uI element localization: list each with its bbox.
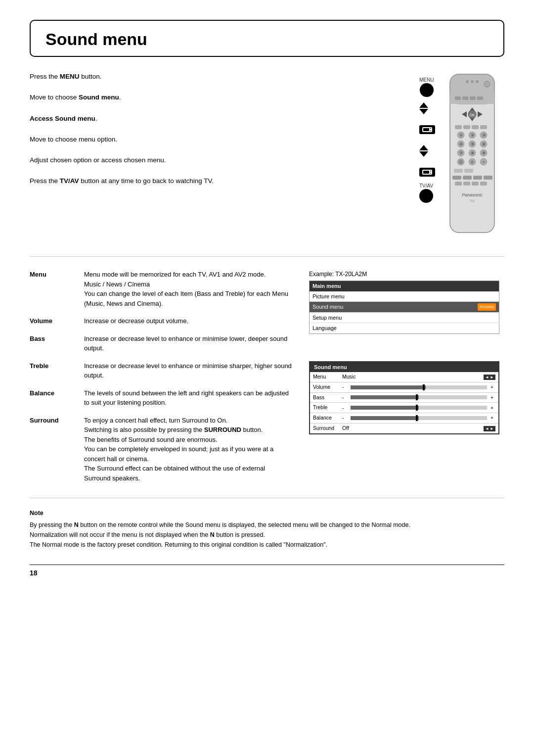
svg-rect-51 xyxy=(455,182,462,186)
enter-step-2 xyxy=(419,162,435,183)
svg-text:④: ④ xyxy=(459,142,463,146)
svg-text:0: 0 xyxy=(471,160,474,164)
step-icons: MENU xyxy=(419,72,435,203)
svg-point-6 xyxy=(484,81,490,87)
treble-row: Treble Increase or decrease level to enh… xyxy=(30,358,504,385)
step-1: Press the MENU button. xyxy=(30,72,409,82)
svg-point-5 xyxy=(476,80,479,83)
svg-text:①: ① xyxy=(459,133,463,138)
intro-text: Press the MENU button. Move to choose So… xyxy=(30,72,409,241)
svg-text:⑤: ⑤ xyxy=(471,142,474,146)
svg-rect-7 xyxy=(455,96,461,100)
sm-row-volume: Volume - + xyxy=(310,382,498,393)
bass-definition: Increase or decrease level to enhance or… xyxy=(84,331,297,358)
svg-rect-45 xyxy=(454,169,463,173)
svg-rect-53 xyxy=(472,182,479,186)
svg-point-4 xyxy=(466,80,469,83)
menu-definition: Menu mode will be memorized for each TV,… xyxy=(84,267,297,313)
svg-rect-50 xyxy=(484,176,492,180)
menu-item-language: Language xyxy=(310,323,499,333)
main-menu-title: Main menu xyxy=(310,281,499,291)
bass-bar xyxy=(351,395,487,399)
sound-menu-col: Sound menu Menu Music ◄ ► Volume - xyxy=(297,358,504,488)
svg-text:TV: TV xyxy=(470,199,475,203)
surround-term: Surround xyxy=(30,413,84,488)
svg-rect-46 xyxy=(464,169,473,173)
menu-term: Menu xyxy=(30,267,84,313)
step-3: Access Sound menu. xyxy=(30,114,409,124)
svg-text:⑧: ⑧ xyxy=(471,151,474,155)
title-box: Sound menu xyxy=(30,20,504,57)
note-line-3: The Normal mode is the factory preset co… xyxy=(30,540,504,550)
sm-row-treble: Treble - + xyxy=(310,403,498,413)
page-footer: 18 xyxy=(30,565,504,577)
step-6: Press the TV/AV button at any time to go… xyxy=(30,176,409,186)
arrows-step-2 xyxy=(419,140,435,162)
svg-rect-49 xyxy=(473,176,482,180)
svg-rect-48 xyxy=(463,176,472,180)
page-number: 18 xyxy=(30,569,38,577)
note-title: Note xyxy=(30,508,504,518)
enter-step-1 xyxy=(419,119,435,140)
divider-2 xyxy=(30,498,504,498)
step-2: Move to choose Sound menu. xyxy=(30,93,409,102)
svg-text:⓪: ⓪ xyxy=(459,160,463,164)
volume-definition: Increase or decrease output volume. xyxy=(84,313,297,331)
svg-text:OK: OK xyxy=(470,113,475,117)
svg-text:Panasonic: Panasonic xyxy=(462,192,483,197)
balance-term: Balance xyxy=(30,385,84,413)
note-section: Note By pressing the N button on the rem… xyxy=(30,508,504,550)
svg-text:⑥: ⑥ xyxy=(482,142,486,146)
svg-rect-8 xyxy=(462,96,468,100)
divider-1 xyxy=(30,256,504,257)
step-4: Move to choose menu option. xyxy=(30,135,409,144)
sm-row-surround: Surround Off ◄ ► xyxy=(310,424,498,433)
enter-icon-2 xyxy=(419,168,435,177)
volume-term: Volume xyxy=(30,313,84,331)
arrows-icon-2 xyxy=(419,145,428,157)
svg-text:③: ③ xyxy=(482,133,486,138)
example-label: Example: TX-20LA2M xyxy=(309,270,499,279)
content-table: Menu Menu mode will be memorized for eac… xyxy=(30,267,504,488)
menu-button-icon xyxy=(420,83,434,97)
arrows-icon-1 xyxy=(419,102,428,114)
tvav-step: TV/AV xyxy=(419,183,435,203)
menu-row: Menu Menu mode will be memorized for eac… xyxy=(30,267,504,313)
treble-term: Treble xyxy=(30,358,84,385)
step-5: Adjust chosen option or access chosen me… xyxy=(30,155,409,165)
sound-menu-display: Sound menu Menu Music ◄ ► Volume - xyxy=(309,361,499,434)
sm-row-balance: Balance - + xyxy=(310,413,498,424)
enter-icon-1 xyxy=(419,125,435,134)
svg-rect-52 xyxy=(463,182,470,186)
menu-step: MENU xyxy=(419,77,435,97)
svg-text:⑦: ⑦ xyxy=(459,151,463,155)
svg-rect-47 xyxy=(452,176,461,180)
treble-bar xyxy=(351,406,487,410)
remote-drawing: OK ① ② ③ ④ ⑤ ⑥ xyxy=(440,72,504,241)
page-title: Sound menu xyxy=(45,30,489,49)
svg-point-3 xyxy=(471,80,474,83)
tvav-button-icon xyxy=(419,189,433,203)
intro-section: Press the MENU button. Move to choose So… xyxy=(30,72,504,241)
menu-item-sound: Sound menu Access xyxy=(310,302,499,313)
sm-row-bass: Bass - + xyxy=(310,393,498,403)
remote-area: MENU xyxy=(419,72,504,241)
svg-rect-54 xyxy=(480,182,487,186)
svg-rect-19 xyxy=(472,125,479,129)
example-col: Example: TX-20LA2M Main menu Picture men… xyxy=(297,267,504,358)
note-line-1: By pressing the N button on the remote c… xyxy=(30,520,504,530)
svg-rect-17 xyxy=(455,125,462,129)
volume-bar xyxy=(351,385,487,389)
svg-text:⑨: ⑨ xyxy=(482,151,486,155)
main-menu-box: Main menu Picture menu Sound menu Access… xyxy=(309,281,499,334)
svg-rect-10 xyxy=(477,96,483,100)
svg-text:+: + xyxy=(483,160,485,164)
svg-text:②: ② xyxy=(471,133,474,138)
sound-menu-title: Sound menu xyxy=(310,362,498,373)
svg-rect-20 xyxy=(480,125,487,129)
balance-definition: The levels of sound between the left and… xyxy=(84,385,297,413)
svg-rect-9 xyxy=(470,96,476,100)
svg-rect-18 xyxy=(463,125,470,129)
balance-bar xyxy=(351,416,487,420)
note-line-2: Normalization will not occur if the menu… xyxy=(30,530,504,540)
